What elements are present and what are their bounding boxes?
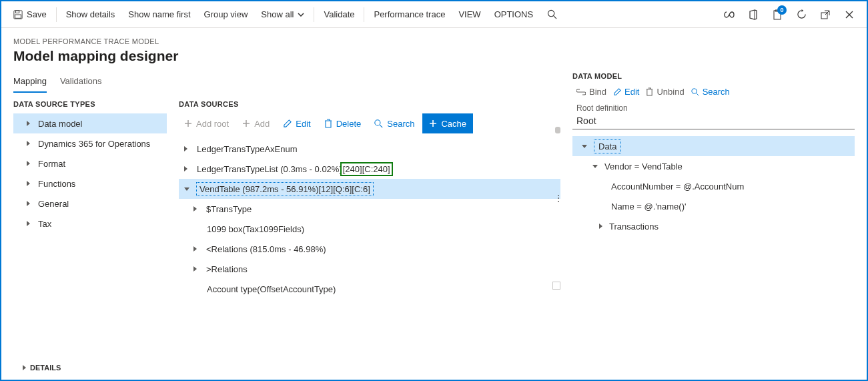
tree-1099box[interactable]: 1099 box(Tax1099Fields) [179, 219, 560, 239]
plus-icon [429, 119, 437, 127]
tree-vendtable[interactable]: VendTable (987.2ms - 56.91%)[12][Q:6][C:… [179, 179, 560, 199]
svg-point-3 [548, 10, 554, 16]
chevron-right-icon [599, 224, 602, 229]
chevron-right-icon [27, 201, 30, 206]
trash-icon [324, 119, 332, 128]
office-button[interactable] [741, 4, 765, 25]
tree-relations-lt[interactable]: <Relations (815.0ms - 46.98%) [179, 239, 560, 259]
save-label: Save [27, 9, 47, 19]
separator [56, 7, 57, 22]
tree-ledger-list[interactable]: LedgerTransTypeList (0.3ms - 0.02%)[240]… [179, 159, 560, 179]
chevron-right-icon [27, 181, 30, 186]
delete-button[interactable]: Delete [319, 113, 367, 133]
dm-tree-transactions[interactable]: Transactions [572, 216, 855, 236]
link-icon [576, 89, 586, 95]
svg-rect-1 [16, 10, 19, 13]
scrollbar[interactable] [555, 127, 560, 133]
search-icon [691, 88, 699, 96]
validate-button[interactable]: Validate [317, 4, 361, 25]
popout-button[interactable] [813, 4, 837, 25]
search-icon [547, 9, 557, 19]
plus-icon [184, 119, 192, 127]
ds-header: DATA SOURCES [179, 100, 560, 108]
dm-tree-accountnumber[interactable]: AccountNumber = @.AccountNum [572, 176, 855, 196]
separator [314, 7, 314, 22]
ds-type-tax[interactable]: Tax [13, 214, 167, 234]
chevron-down-icon [298, 13, 304, 17]
root-definition-value[interactable]: Root [572, 113, 855, 129]
chevron-right-icon [193, 206, 197, 212]
ds-type-format[interactable]: Format [13, 153, 167, 173]
pencil-icon [283, 119, 292, 128]
edit-button[interactable]: Edit [278, 113, 316, 133]
drag-handle-icon[interactable]: ⋮ [554, 197, 563, 200]
tab-validations[interactable]: Validations [60, 72, 102, 93]
ds-type-d365[interactable]: Dynamics 365 for Operations [13, 133, 167, 153]
dm-tree-name[interactable]: Name = @.'name()' [572, 196, 855, 216]
infinity-icon [724, 11, 735, 18]
search-toolbar-button[interactable] [540, 4, 564, 25]
performance-trace-button[interactable]: Performance trace [367, 4, 452, 25]
root-definition-label: Root definition [572, 103, 855, 113]
svg-rect-2 [15, 15, 21, 18]
bind-button[interactable]: Bind [576, 87, 606, 97]
close-button[interactable] [837, 4, 861, 25]
save-icon [13, 10, 23, 19]
cache-stats-marker: [240][C:240] [341, 163, 392, 175]
ds-type-functions[interactable]: Functions [13, 173, 167, 194]
dm-tree-vendor[interactable]: Vendor = VendTable [572, 156, 855, 176]
notifications-button[interactable]: 0 [765, 4, 789, 25]
add-button[interactable]: Add [237, 113, 275, 133]
chevron-right-icon [184, 166, 187, 171]
tree-transtype[interactable]: $TransType [179, 199, 560, 219]
plus-icon [242, 119, 250, 127]
breadcrumb: MODEL PERFORMANCE TRACE MODEL [13, 37, 855, 45]
search-button[interactable]: Search [369, 113, 420, 133]
chevron-right-icon [23, 365, 26, 370]
svg-point-7 [375, 119, 380, 125]
chevron-right-icon [27, 221, 30, 226]
show-name-first-button[interactable]: Show name first [121, 4, 197, 25]
scroll-handle[interactable] [552, 282, 560, 290]
chevron-down-icon [582, 145, 587, 148]
tree-account-type[interactable]: Account type(OffsetAccountType) [179, 279, 560, 299]
chevron-right-icon [184, 146, 187, 151]
tree-relations-gt[interactable]: >Relations [179, 259, 560, 279]
notification-badge: 0 [777, 5, 787, 15]
group-view-button[interactable]: Group view [197, 4, 255, 25]
office-icon [749, 9, 758, 20]
ds-type-data-model[interactable]: Data model [13, 113, 167, 133]
details-expander[interactable]: DETAILS [13, 364, 560, 372]
close-icon [845, 11, 853, 19]
refresh-button[interactable] [789, 4, 813, 25]
dm-edit-button[interactable]: Edit [613, 87, 639, 97]
show-details-button[interactable]: Show details [59, 4, 122, 25]
svg-line-4 [554, 16, 556, 19]
chevron-down-icon [592, 165, 598, 168]
tab-mapping[interactable]: Mapping [13, 72, 47, 93]
ds-types-header: DATA SOURCE TYPES [13, 100, 167, 108]
tree-ledger-ax[interactable]: LedgerTransTypeAxEnum [179, 139, 560, 159]
add-root-button[interactable]: Add root [179, 113, 234, 133]
show-all-dropdown[interactable]: Show all [254, 4, 311, 25]
svg-point-9 [691, 88, 697, 93]
page-title: Model mapping designer [13, 48, 855, 64]
chevron-down-icon [184, 187, 189, 191]
save-button[interactable]: Save [7, 4, 53, 25]
dm-tree-data[interactable]: Data [572, 136, 855, 156]
view-button[interactable]: VIEW [452, 4, 487, 25]
chevron-right-icon [193, 266, 197, 272]
chevron-right-icon [27, 121, 30, 126]
cache-button[interactable]: Cache [422, 113, 473, 133]
search-icon [374, 119, 383, 128]
unbind-button[interactable]: Unbind [646, 87, 684, 97]
options-button[interactable]: OPTIONS [488, 4, 540, 25]
link-icon-button[interactable] [717, 4, 741, 25]
chevron-right-icon [27, 161, 30, 166]
ds-type-general[interactable]: General [13, 194, 167, 214]
trash-icon [646, 87, 653, 96]
chevron-right-icon [27, 141, 30, 146]
svg-line-8 [380, 125, 382, 127]
dm-search-button[interactable]: Search [691, 87, 730, 97]
app-toolbar: Save Show details Show name first Group … [1, 1, 867, 28]
